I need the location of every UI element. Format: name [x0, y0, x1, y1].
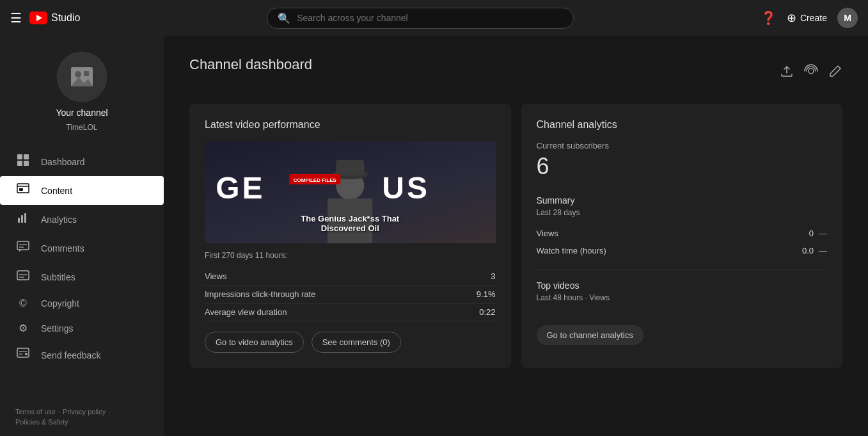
- watchtime-count: 0.0: [802, 246, 814, 255]
- channel-avatar-inner: [56, 51, 107, 102]
- video-stat-views: Views 3: [205, 268, 496, 286]
- analytics-card-title: Channel analytics: [537, 119, 828, 131]
- footer-privacy[interactable]: Privacy policy: [63, 408, 106, 416]
- subscribers-label: Current subscribers: [537, 141, 828, 150]
- nav-right: ❓ ⊕ Create M: [761, 8, 858, 28]
- avatar-initials: M: [844, 13, 851, 23]
- sidebar: Your channel TimeLOL Dashboard Content: [0, 36, 164, 436]
- sidebar-item-settings[interactable]: ⚙ Settings: [0, 316, 164, 341]
- overlay-line1: The Genius Jack*ss That: [210, 214, 491, 223]
- see-comments-button[interactable]: See comments (0): [312, 332, 401, 353]
- content-icon: [15, 182, 31, 198]
- sidebar-item-analytics[interactable]: Analytics: [0, 205, 164, 234]
- sidebar-item-subtitles[interactable]: Subtitles: [0, 262, 164, 291]
- sidebar-item-analytics-label: Analytics: [41, 214, 77, 225]
- sidebar-item-feedback-label: Send feedback: [41, 350, 100, 360]
- create-button[interactable]: ⊕ Create: [787, 11, 827, 25]
- svg-rect-15: [24, 213, 26, 223]
- top-videos-header: Top videos Last 48 hours · Views: [537, 280, 828, 310]
- analytics-label-watchtime: Watch time (hours): [537, 246, 606, 255]
- video-thumbnail[interactable]: GE US COMPILED FILES The Genius Jack*ss …: [205, 141, 496, 243]
- svg-rect-4: [84, 71, 89, 76]
- svg-rect-9: [24, 161, 29, 166]
- footer-terms[interactable]: Terms of use: [15, 408, 56, 416]
- analytics-value-watchtime: 0.0 —: [802, 246, 827, 255]
- thumbnail-background: GE US COMPILED FILES The Genius Jack*ss …: [205, 141, 496, 243]
- search-input[interactable]: [297, 13, 563, 23]
- svg-text:GE: GE: [216, 171, 265, 205]
- settings-icon: ⚙: [15, 322, 31, 334]
- hamburger-icon[interactable]: ☰: [10, 10, 22, 26]
- sidebar-item-content-label: Content: [41, 186, 72, 196]
- video-card-title: Latest video performance: [205, 119, 496, 131]
- help-button[interactable]: ❓: [761, 10, 777, 26]
- footer-policies[interactable]: Policies & Safety: [15, 418, 68, 426]
- sidebar-item-content[interactable]: Content: [0, 176, 164, 205]
- summary-title: Summary: [537, 195, 828, 206]
- svg-rect-32: [336, 160, 364, 175]
- svg-rect-8: [17, 161, 22, 166]
- watchtime-dash: —: [819, 246, 827, 255]
- comments-icon: [15, 240, 31, 256]
- search-bar[interactable]: 🔍: [267, 8, 574, 29]
- svg-point-26: [25, 353, 28, 355]
- page-header-icons: [780, 64, 842, 81]
- search-icon: 🔍: [278, 12, 290, 24]
- go-to-channel-analytics-button[interactable]: Go to channel analytics: [537, 325, 643, 345]
- cards-row: Latest video performance: [189, 104, 842, 368]
- sidebar-item-comments[interactable]: Comments: [0, 234, 164, 262]
- nav-left: ☰ Studio: [10, 10, 80, 26]
- sidebar-item-copyright[interactable]: © Copyright: [0, 291, 164, 316]
- svg-rect-23: [17, 348, 29, 357]
- sidebar-item-dashboard[interactable]: Dashboard: [0, 147, 164, 176]
- create-label: Create: [800, 13, 827, 23]
- svg-rect-10: [17, 184, 29, 193]
- sidebar-item-subtitles-label: Subtitles: [41, 272, 75, 282]
- top-videos-info: Top videos Last 48 hours · Views: [537, 280, 610, 310]
- analytics-icon: [15, 211, 31, 227]
- sidebar-item-copyright-label: Copyright: [41, 298, 79, 309]
- sidebar-item-comments-label: Comments: [41, 243, 84, 254]
- content-area: Channel dashboard Latest video performan…: [164, 36, 868, 436]
- channel-info: Your channel TimeLOL: [0, 41, 164, 147]
- video-stats-header: First 270 days 11 hours:: [205, 251, 496, 260]
- footer-links: Terms of use · Privacy policy · Policies…: [15, 408, 148, 426]
- svg-text:COMPILED FILES: COMPILED FILES: [294, 177, 337, 183]
- analytics-label-views: Views: [537, 229, 558, 238]
- stat-label-ctr: Impressions click-through rate: [205, 289, 315, 299]
- stat-label-avd: Average view duration: [205, 307, 287, 317]
- channel-analytics-card: Channel analytics Current subscribers 6 …: [521, 104, 843, 368]
- svg-rect-16: [17, 241, 29, 250]
- footer-sep2: ·: [108, 408, 110, 416]
- live-icon[interactable]: [804, 64, 818, 81]
- avatar[interactable]: M: [837, 8, 858, 28]
- video-stat-avd: Average view duration 0:22: [205, 303, 496, 321]
- svg-rect-7: [24, 154, 29, 159]
- stat-value-ctr: 9.1%: [477, 289, 496, 299]
- sidebar-item-feedback[interactable]: Send feedback: [0, 341, 164, 369]
- svg-point-27: [809, 69, 814, 74]
- go-to-video-analytics-button[interactable]: Go to video analytics: [205, 332, 304, 353]
- footer-sep1: ·: [58, 408, 60, 416]
- copyright-icon: ©: [15, 298, 31, 309]
- top-videos-title: Top videos: [537, 280, 610, 291]
- summary-period: Last 28 days: [537, 208, 828, 217]
- analytics-stat-watchtime: Watch time (hours) 0.0 —: [537, 242, 828, 259]
- subtitles-icon: [15, 269, 31, 285]
- create-icon: ⊕: [787, 11, 796, 25]
- top-navigation: ☰ Studio 🔍 ❓ ⊕ Create M: [0, 0, 868, 36]
- top-videos-period: Last 48 hours · Views: [537, 293, 610, 302]
- channel-avatar[interactable]: [56, 51, 107, 102]
- video-performance-card: Latest video performance: [189, 104, 511, 368]
- dashboard-icon: [15, 154, 31, 170]
- svg-rect-13: [18, 218, 20, 223]
- sidebar-item-settings-label: Settings: [41, 323, 74, 334]
- edit-icon[interactable]: [828, 64, 842, 81]
- feedback-icon: [15, 347, 31, 363]
- sidebar-nav: Dashboard Content Analytics: [0, 147, 164, 369]
- upload-icon[interactable]: [780, 64, 794, 81]
- main-layout: Your channel TimeLOL Dashboard Content: [0, 36, 868, 436]
- video-card-actions: Go to video analytics See comments (0): [205, 332, 496, 353]
- analytics-value-views: 0 —: [809, 229, 827, 238]
- svg-rect-3: [75, 71, 81, 77]
